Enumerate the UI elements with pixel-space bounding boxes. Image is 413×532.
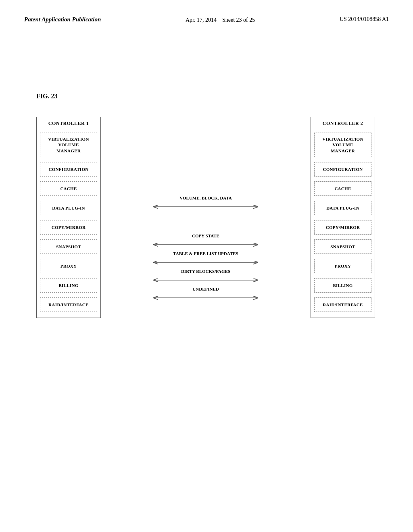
diagram: CONTROLLER 1 VIRTUALIZATIONVOLUMEMANAGER…: [36, 117, 375, 318]
controller1-title: CONTROLLER 1: [37, 117, 100, 130]
fig-label: FIG. 23: [36, 93, 57, 100]
arrow-volume: VOLUME, BLOCK, DATA: [149, 195, 262, 212]
header-right: US 2014/0108858 A1: [340, 16, 389, 23]
module-c2-copymirror: COPY/MIRROR: [314, 220, 371, 235]
arrow-undefined-svg: [149, 292, 262, 303]
module-c2-billing: BILLING: [314, 278, 371, 293]
module-c1-snapshot: SNAPSHOT: [40, 239, 97, 254]
controller2-box: CONTROLLER 2 VIRTUALIZATIONVOLUMEMANAGER…: [311, 117, 375, 318]
arrow-volume-svg: [149, 201, 262, 212]
arrow-dirty: DIRTY BLOCKS/PAGES: [149, 269, 262, 286]
module-c2-cache: CACHE: [314, 181, 371, 196]
controller2-title: CONTROLLER 2: [311, 117, 375, 130]
module-c1-raid: RAID/INTERFACE: [40, 297, 97, 312]
module-c1-vvm: VIRTUALIZATIONVOLUMEMANAGER: [40, 133, 97, 157]
arrow-undefined: UNDEFINED: [149, 287, 262, 303]
header-center: Apr. 17, 2014 Sheet 23 of 25: [186, 16, 255, 24]
page-header: Patent Application Publication Apr. 17, …: [0, 0, 413, 32]
module-c1-proxy: PROXY: [40, 259, 97, 273]
arrow-copystate-label: COPY STATE: [192, 233, 219, 238]
module-c1-dataplugin: DATA PLUG-IN: [40, 201, 97, 215]
module-c1-copymirror: COPY/MIRROR: [40, 220, 97, 235]
module-c2-proxy: PROXY: [314, 259, 371, 273]
header-left: Patent Application Publication: [24, 16, 101, 23]
module-c1-cache: CACHE: [40, 181, 97, 196]
middle-arrows: VOLUME, BLOCK, DATA COPY STATE: [101, 117, 311, 304]
arrow-undefined-label: UNDEFINED: [192, 287, 219, 291]
arrow-copystate-svg: [149, 239, 262, 250]
arrow-dirty-svg: [149, 274, 262, 286]
module-c2-config: CONFIGURATION: [314, 162, 371, 177]
module-c2-snapshot: SNAPSHOT: [314, 239, 371, 254]
module-c2-dataplugin: DATA PLUG-IN: [314, 201, 371, 215]
arrow-copystate: COPY STATE: [149, 233, 262, 250]
module-c2-vvm: VIRTUALIZATIONVOLUMEMANAGER: [314, 133, 371, 157]
module-c2-raid: RAID/INTERFACE: [314, 297, 371, 312]
arrow-dirty-label: DIRTY BLOCKS/PAGES: [181, 269, 230, 274]
arrow-tablefree: TABLE & FREE LIST UPDATES: [149, 251, 262, 268]
arrow-tablefree-label: TABLE & FREE LIST UPDATES: [173, 251, 238, 256]
module-c1-billing: BILLING: [40, 278, 97, 293]
arrow-tablefree-svg: [149, 257, 262, 268]
arrow-volume-label: VOLUME, BLOCK, DATA: [179, 195, 232, 200]
controller1-box: CONTROLLER 1 VIRTUALIZATIONVOLUMEMANAGER…: [36, 117, 101, 318]
module-c1-config: CONFIGURATION: [40, 162, 97, 177]
